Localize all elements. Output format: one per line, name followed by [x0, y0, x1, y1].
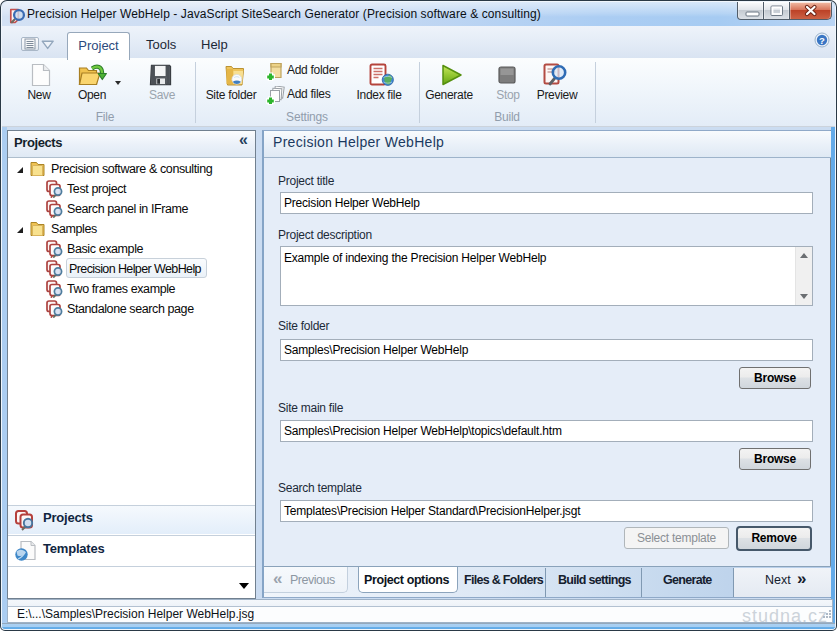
svg-text:?: ?: [819, 35, 825, 46]
